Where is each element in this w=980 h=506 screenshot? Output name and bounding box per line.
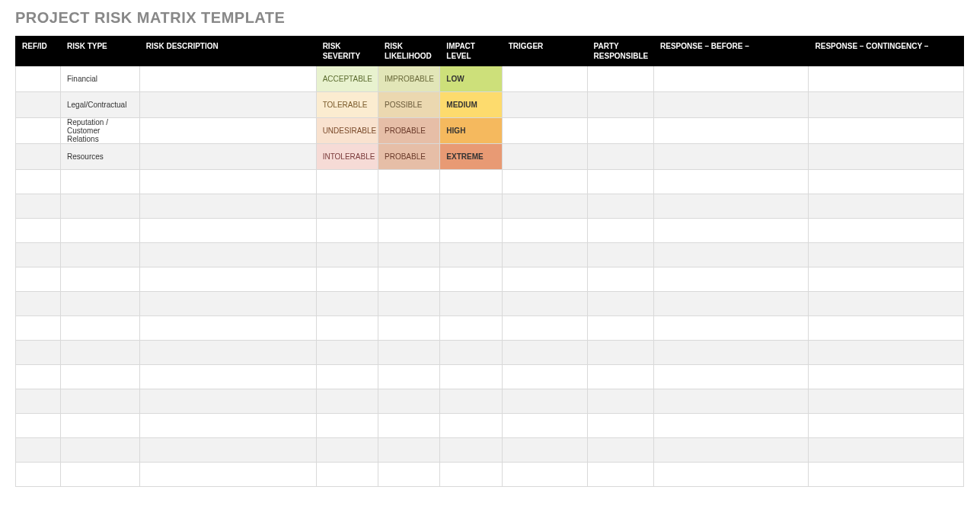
cell-before[interactable] xyxy=(654,92,809,118)
cell-trigger[interactable] xyxy=(502,267,587,292)
cell-severity[interactable]: TOLERABLE xyxy=(316,92,378,118)
cell-before[interactable] xyxy=(654,316,809,341)
cell-refid[interactable] xyxy=(16,389,61,414)
cell-before[interactable] xyxy=(654,243,809,267)
cell-severity[interactable] xyxy=(316,414,378,438)
cell-before[interactable] xyxy=(654,267,809,292)
cell-party[interactable] xyxy=(587,316,653,341)
cell-refid[interactable] xyxy=(16,219,61,243)
cell-before[interactable] xyxy=(654,66,809,92)
cell-risktype[interactable]: Financial xyxy=(60,66,139,92)
cell-severity[interactable] xyxy=(316,194,378,219)
cell-before[interactable] xyxy=(654,170,809,194)
cell-likelihood[interactable] xyxy=(378,292,440,316)
cell-party[interactable] xyxy=(587,92,653,118)
cell-conting[interactable] xyxy=(809,144,964,170)
cell-party[interactable] xyxy=(587,438,653,463)
cell-severity[interactable] xyxy=(316,292,378,316)
cell-conting[interactable] xyxy=(809,414,964,438)
cell-party[interactable] xyxy=(587,66,653,92)
cell-riskdesc[interactable] xyxy=(139,170,316,194)
cell-impact[interactable]: EXTREME xyxy=(440,144,502,170)
cell-impact[interactable] xyxy=(440,414,502,438)
cell-impact[interactable] xyxy=(440,243,502,267)
cell-trigger[interactable] xyxy=(502,438,587,463)
cell-risktype[interactable]: Reputation / Customer Relations xyxy=(60,118,139,144)
cell-riskdesc[interactable] xyxy=(139,92,316,118)
cell-refid[interactable] xyxy=(16,144,61,170)
cell-refid[interactable] xyxy=(16,194,61,219)
cell-risktype[interactable] xyxy=(60,414,139,438)
cell-impact[interactable] xyxy=(440,389,502,414)
cell-likelihood[interactable] xyxy=(378,267,440,292)
cell-refid[interactable] xyxy=(16,243,61,267)
cell-conting[interactable] xyxy=(809,92,964,118)
cell-riskdesc[interactable] xyxy=(139,194,316,219)
cell-likelihood[interactable]: IMPROBABLE xyxy=(378,66,440,92)
cell-riskdesc[interactable] xyxy=(139,144,316,170)
cell-riskdesc[interactable] xyxy=(139,267,316,292)
cell-severity[interactable]: ACCEPTABLE xyxy=(316,66,378,92)
cell-refid[interactable] xyxy=(16,414,61,438)
cell-before[interactable] xyxy=(654,463,809,487)
cell-risktype[interactable] xyxy=(60,365,139,389)
cell-impact[interactable] xyxy=(440,365,502,389)
cell-before[interactable] xyxy=(654,292,809,316)
cell-riskdesc[interactable] xyxy=(139,463,316,487)
cell-risktype[interactable] xyxy=(60,316,139,341)
cell-likelihood[interactable] xyxy=(378,341,440,365)
cell-riskdesc[interactable] xyxy=(139,389,316,414)
cell-before[interactable] xyxy=(654,414,809,438)
cell-severity[interactable] xyxy=(316,170,378,194)
cell-risktype[interactable]: Legal/Contractual xyxy=(60,92,139,118)
cell-trigger[interactable] xyxy=(502,292,587,316)
cell-refid[interactable] xyxy=(16,118,61,144)
cell-likelihood[interactable] xyxy=(378,438,440,463)
cell-trigger[interactable] xyxy=(502,389,587,414)
cell-conting[interactable] xyxy=(809,389,964,414)
cell-party[interactable] xyxy=(587,144,653,170)
cell-severity[interactable] xyxy=(316,389,378,414)
cell-refid[interactable] xyxy=(16,292,61,316)
cell-party[interactable] xyxy=(587,292,653,316)
cell-risktype[interactable] xyxy=(60,170,139,194)
cell-trigger[interactable] xyxy=(502,118,587,144)
cell-trigger[interactable] xyxy=(502,92,587,118)
cell-risktype[interactable] xyxy=(60,292,139,316)
cell-refid[interactable] xyxy=(16,92,61,118)
cell-trigger[interactable] xyxy=(502,463,587,487)
cell-likelihood[interactable] xyxy=(378,316,440,341)
cell-party[interactable] xyxy=(587,365,653,389)
cell-risktype[interactable] xyxy=(60,463,139,487)
cell-impact[interactable]: MEDIUM xyxy=(440,92,502,118)
cell-conting[interactable] xyxy=(809,341,964,365)
cell-conting[interactable] xyxy=(809,194,964,219)
cell-before[interactable] xyxy=(654,194,809,219)
cell-conting[interactable] xyxy=(809,267,964,292)
cell-party[interactable] xyxy=(587,389,653,414)
cell-riskdesc[interactable] xyxy=(139,219,316,243)
cell-severity[interactable]: UNDESIRABLE xyxy=(316,118,378,144)
cell-riskdesc[interactable] xyxy=(139,118,316,144)
cell-risktype[interactable] xyxy=(60,243,139,267)
cell-likelihood[interactable] xyxy=(378,365,440,389)
cell-risktype[interactable] xyxy=(60,438,139,463)
cell-severity[interactable] xyxy=(316,438,378,463)
cell-risktype[interactable] xyxy=(60,389,139,414)
cell-riskdesc[interactable] xyxy=(139,66,316,92)
cell-trigger[interactable] xyxy=(502,365,587,389)
cell-party[interactable] xyxy=(587,118,653,144)
cell-likelihood[interactable] xyxy=(378,463,440,487)
cell-before[interactable] xyxy=(654,341,809,365)
cell-impact[interactable] xyxy=(440,267,502,292)
cell-likelihood[interactable] xyxy=(378,389,440,414)
cell-trigger[interactable] xyxy=(502,341,587,365)
cell-party[interactable] xyxy=(587,267,653,292)
cell-riskdesc[interactable] xyxy=(139,316,316,341)
cell-severity[interactable] xyxy=(316,365,378,389)
cell-conting[interactable] xyxy=(809,118,964,144)
cell-party[interactable] xyxy=(587,170,653,194)
cell-riskdesc[interactable] xyxy=(139,438,316,463)
cell-severity[interactable] xyxy=(316,463,378,487)
cell-before[interactable] xyxy=(654,118,809,144)
